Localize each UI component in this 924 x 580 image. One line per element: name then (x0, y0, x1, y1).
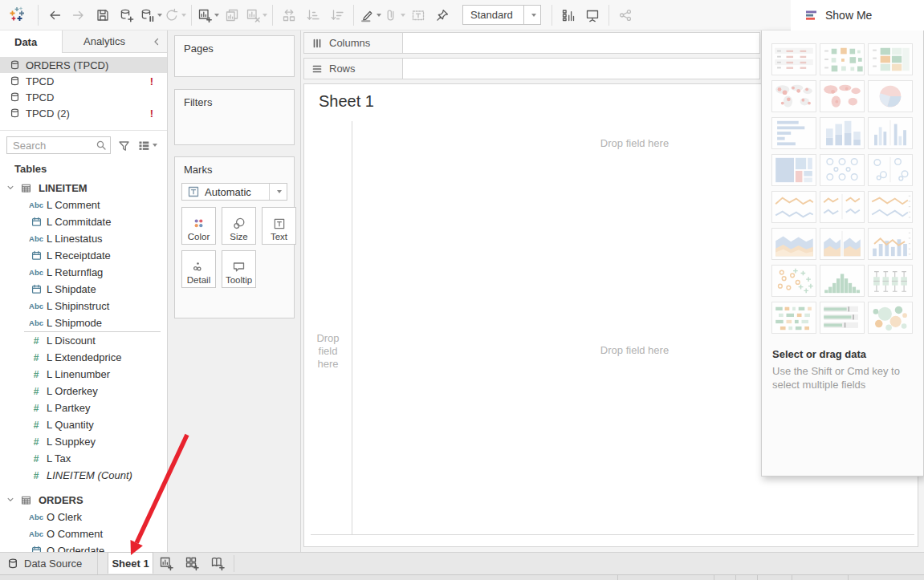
field-item[interactable]: AbcL Shipmode (0, 314, 167, 331)
field-item[interactable]: #LINEITEM (Count) (0, 467, 167, 484)
show-mark-labels-button[interactable] (556, 0, 580, 30)
new-worksheet-button[interactable] (196, 0, 220, 30)
field-item[interactable]: L Receiptdate (0, 247, 167, 264)
save-button[interactable] (91, 0, 115, 30)
fit-dropdown[interactable]: Standard (462, 5, 541, 25)
new-dashboard-tab-button[interactable] (179, 553, 205, 574)
show-me-thumb-stacked-bars[interactable] (820, 117, 865, 149)
filters-shelf[interactable]: Filters (174, 89, 295, 145)
field-label: O Comment (47, 528, 103, 540)
show-me-thumb-packed-bubbles[interactable] (868, 302, 913, 334)
mark-type-caret[interactable] (269, 184, 287, 200)
field-item[interactable]: #L Suppkey (0, 433, 167, 450)
tab-data[interactable]: Data (0, 30, 63, 53)
field-item[interactable]: AbcO Comment (0, 525, 167, 542)
marks-tooltip-button[interactable]: Tooltip (222, 250, 256, 288)
add-datasource-button[interactable] (115, 0, 139, 30)
columns-shelf-body[interactable] (403, 32, 760, 54)
field-item[interactable]: AbcL Shipinstruct (0, 298, 167, 314)
show-me-thumb-text-table[interactable] (771, 43, 816, 75)
show-me-thumb-side-by-side-bars[interactable] (868, 117, 913, 149)
drop-zone-rows[interactable]: Drop field here (304, 325, 352, 378)
show-me-thumb-box-and-whisker[interactable] (868, 265, 913, 297)
show-me-thumb-pie-chart[interactable] (868, 80, 913, 112)
toolbar-separator (552, 5, 552, 26)
collapse-pane-button[interactable] (146, 30, 167, 53)
fit-caret[interactable] (523, 6, 540, 24)
mark-type-dropdown[interactable]: Automatic (181, 183, 287, 201)
dual-combination-icon (869, 229, 912, 259)
field-item[interactable]: #L Linenumber (0, 366, 167, 383)
field-item[interactable]: #L Orderkey (0, 383, 167, 400)
show-me-thumb-horizontal-bars[interactable] (771, 117, 816, 149)
field-item[interactable]: AbcO Clerk (0, 509, 167, 525)
tab-analytics[interactable]: Analytics (63, 30, 146, 53)
tab-sheet-1[interactable]: Sheet 1 (108, 552, 153, 574)
field-item[interactable]: L Shipdate (0, 281, 167, 298)
show-me-thumb-bullet-graph[interactable] (820, 302, 865, 334)
datasource-item[interactable]: TPCD (2)! (0, 105, 167, 121)
marks-button-label: Size (230, 232, 247, 241)
show-me-thumb-treemap[interactable] (771, 154, 816, 186)
caret-down-icon (277, 190, 282, 193)
new-story-tab-button[interactable] (205, 553, 230, 574)
status-bar-divider (714, 575, 714, 580)
undo-button[interactable] (43, 0, 67, 30)
rows-shelf-body[interactable] (403, 58, 760, 79)
datasource-item[interactable]: TPCD! (0, 73, 167, 89)
show-me-thumb-gantt[interactable] (771, 302, 816, 334)
datasource-label: ORDERS (TPCD) (26, 59, 108, 71)
marks-text-button[interactable]: Text (262, 207, 296, 245)
new-worksheet-tab-button[interactable] (153, 553, 179, 574)
abc-icon: Abc (29, 302, 43, 310)
show-me-thumb-heat-map[interactable] (820, 43, 865, 75)
funnel-icon (118, 140, 130, 152)
field-item[interactable]: #L Partkey (0, 400, 167, 416)
field-label: L Orderkey (47, 385, 98, 397)
datasource-item[interactable]: ORDERS (TPCD) (0, 57, 167, 73)
show-me-thumb-discrete-area[interactable] (820, 228, 865, 260)
pages-shelf[interactable]: Pages (174, 35, 295, 77)
search-input[interactable] (7, 139, 96, 152)
highlight-button[interactable] (358, 0, 382, 30)
columns-shelf[interactable]: Columns (303, 32, 760, 54)
show-me-thumb-symbol-map[interactable] (771, 80, 816, 112)
view-options-button[interactable] (138, 140, 157, 152)
show-me-thumb-continuous-area[interactable] (771, 228, 816, 260)
field-item[interactable]: AbcL Comment (0, 197, 167, 213)
marks-detail-button[interactable]: Detail (181, 250, 216, 288)
field-item[interactable]: #L Quantity (0, 416, 167, 433)
field-item[interactable]: L Commitdate (0, 213, 167, 230)
sheet-title: Sheet 1 (319, 92, 374, 111)
pin-button[interactable] (430, 0, 454, 30)
pause-auto-updates-button[interactable] (139, 0, 163, 30)
field-label: L Receiptdate (47, 249, 111, 262)
field-item[interactable]: #L Tax (0, 450, 167, 467)
datasource-item[interactable]: TPCD (0, 89, 167, 105)
marks-size-button[interactable]: Size (222, 207, 256, 245)
presentation-mode-button[interactable] (580, 0, 604, 30)
marks-color-button[interactable]: Color (181, 207, 216, 245)
show-me-thumb-histogram[interactable] (820, 265, 865, 297)
show-me-button[interactable]: Show Me (791, 0, 924, 30)
field-item[interactable]: #L Extendedprice (0, 349, 167, 366)
show-me-thumb-dual-combination[interactable] (868, 228, 913, 260)
field-item[interactable]: O Orderdate (0, 542, 167, 552)
show-me-thumb-filled-map[interactable] (820, 80, 865, 112)
table-header-lineitem[interactable]: LINEITEM (0, 179, 167, 197)
field-item[interactable]: AbcL Returnflag (0, 264, 167, 281)
show-me-thumb-circle-views[interactable] (820, 154, 865, 186)
table-icon (21, 495, 31, 505)
rows-shelf[interactable]: Rows (303, 58, 760, 79)
show-me-thumb-side-by-side-circles[interactable] (868, 154, 913, 186)
tab-data-source[interactable]: Data Source (0, 553, 98, 574)
table-header-orders[interactable]: ORDERS (0, 491, 167, 509)
filter-fields-button[interactable] (118, 140, 130, 152)
show-me-thumb-dual-lines[interactable] (868, 191, 913, 223)
field-item[interactable]: AbcL Linestatus (0, 230, 167, 247)
field-item[interactable]: #L Discount (0, 332, 167, 349)
show-me-thumb-scatter-plot[interactable] (771, 265, 816, 297)
show-me-thumb-highlight-table[interactable] (868, 43, 913, 75)
show-me-thumb-discrete-lines[interactable] (820, 191, 865, 223)
show-me-thumb-continuous-lines[interactable] (771, 191, 816, 223)
